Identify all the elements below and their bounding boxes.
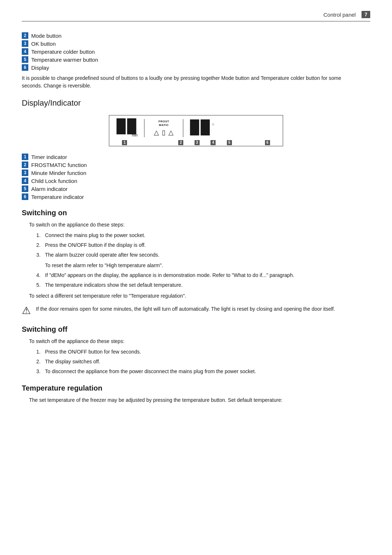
badge-4: 4 — [22, 48, 28, 55]
badge-5: 5 — [22, 56, 28, 63]
display-diagram: ██ min FROSTMATIC △ ▯ △ — [22, 115, 370, 146]
step-1: 1. Connect the mains plug to the power s… — [36, 232, 370, 239]
indicator-label-6: Temperature indicator — [31, 194, 84, 200]
switching-off-title: Switching off — [22, 325, 370, 334]
num-ind-5: 5 — [227, 140, 232, 145]
separator — [144, 119, 144, 137]
switching-on-intro: To switch on the appliance do these step… — [29, 221, 370, 229]
intro-list: 2 Mode button 3 OK button 4 Temperature … — [22, 32, 370, 90]
switching-off-section: Switching off To switch off the applianc… — [22, 325, 370, 375]
indicator-badge-1: 1 — [22, 154, 28, 160]
badge-6: 6 — [22, 64, 28, 71]
step-text-2: Press the ON/OFF button if the display i… — [45, 241, 146, 249]
badge-2: 2 — [22, 32, 28, 39]
warning-icon: ⚠ — [22, 305, 31, 317]
indicator-item-6: 6 Temperature indicator — [22, 193, 370, 200]
num-ind-2: 2 — [178, 140, 183, 145]
list-item: 6 Display — [22, 64, 370, 71]
list-item: 3 OK button — [22, 40, 370, 47]
warning-text: If the door remains open for some minute… — [36, 305, 335, 313]
indicator-badge-4: 4 — [22, 177, 28, 184]
step-4: 4. If "dEMo" appears on the display, the… — [36, 272, 370, 279]
indicator-item-4: 4 Child Lock function — [22, 177, 370, 184]
off-step-text-3: To disconnect the appliance from the pow… — [45, 368, 256, 375]
indicator-label-4: Child Lock function — [31, 178, 77, 184]
list-item: 2 Mode button — [22, 32, 370, 39]
list-item: 4 Temperature colder button — [22, 48, 370, 55]
off-step-1: 1. Press the ON/OFF button for few secon… — [36, 348, 370, 356]
step-num-1: 1. — [36, 232, 45, 239]
lock-icon: ▯ — [162, 128, 166, 136]
num-ind-1: 1 — [122, 140, 127, 145]
step-3: 3. The alarm buzzer could operate after … — [36, 251, 370, 259]
page-header: Control panel 7 — [22, 11, 370, 21]
step-num-4: 4. — [36, 272, 45, 279]
indicator-label-2: FROSTMATIC function — [31, 162, 87, 168]
off-step-num-3: 3. — [36, 368, 45, 375]
off-step-2: 2. The display switches off. — [36, 358, 370, 366]
step-text-3: The alarm buzzer could operate after few… — [45, 251, 159, 259]
switching-off-steps: 1. Press the ON/OFF button for few secon… — [36, 348, 370, 375]
warning-box: ⚠ If the door remains open for some minu… — [22, 305, 370, 317]
indicator-badge-5: 5 — [22, 185, 28, 192]
num-ind-6: 6 — [265, 140, 270, 145]
item-label-mode: Mode button — [31, 33, 61, 39]
item-label-colder: Temperature colder button — [31, 49, 95, 55]
off-step-num-1: 1. — [36, 348, 45, 356]
step-3-note: To reset the alarm refer to "High temper… — [45, 262, 370, 269]
num-ind-4: 4 — [211, 140, 216, 145]
step-2: 2. Press the ON/OFF button if the displa… — [36, 241, 370, 249]
display-box: ██ min FROSTMATIC △ ▯ △ — [109, 115, 283, 146]
indicator-item-3: 3 Minute Minder function — [22, 170, 370, 176]
switching-off-intro: To switch off the appliance do these ste… — [29, 337, 370, 345]
indicator-item-5: 5 Alarm indicator — [22, 185, 370, 192]
temperature-regulation-title: Temperature regulation — [22, 384, 370, 392]
indicator-list: 1 Timer indicator 2 FROSTMATIC function … — [22, 154, 370, 200]
min-label: min — [117, 133, 138, 137]
switching-on-section: Switching on To switch on the appliance … — [22, 209, 370, 317]
off-step-text-2: The display switches off. — [45, 358, 100, 366]
switching-on-steps-cont: 4. If "dEMo" appears on the display, the… — [36, 272, 370, 289]
indicator-badge-6: 6 — [22, 193, 28, 200]
temperature-regulation-text: The set temperature of the freezer may b… — [29, 396, 370, 404]
number-indicators: 1 2 3 4 5 6 — [109, 140, 283, 145]
intro-note: It is possible to change predefined soun… — [22, 74, 348, 90]
bell-icon: △ — [154, 128, 159, 136]
step-5-note: To select a different set temperature re… — [29, 292, 370, 300]
step-5: 5. The temperature indicators show the s… — [36, 281, 370, 289]
page-number: 7 — [362, 11, 370, 18]
step-num-2: 2. — [36, 241, 45, 249]
indicator-badge-3: 3 — [22, 170, 28, 176]
indicator-label-3: Minute Minder function — [31, 170, 86, 176]
temperature-regulation-section: Temperature regulation The set temperatu… — [22, 384, 370, 404]
item-label-ok: OK button — [31, 41, 56, 47]
segment-display-1: ██ — [117, 119, 138, 135]
indicator-item-2: 2 FROSTMATIC function — [22, 162, 370, 168]
separator-2 — [183, 119, 183, 137]
indicator-label-1: Timer indicator — [31, 154, 67, 160]
display-center: FROSTMATIC △ ▯ △ — [154, 120, 173, 136]
display-indicator-section: Display/Indicator ██ min FROSTMATIC △ ▯ … — [22, 98, 370, 200]
frost-matic-label: FROSTMATIC — [159, 120, 170, 127]
display-section-title: Display/Indicator — [22, 98, 370, 108]
step-num-5: 5. — [36, 281, 45, 289]
degree-symbol: ○ — [212, 122, 215, 126]
switching-on-steps: 1. Connect the mains plug to the power s… — [36, 232, 370, 259]
triangle-icon: △ — [168, 128, 173, 136]
indicator-label-5: Alarm indicator — [31, 186, 68, 192]
step-text-4: If "dEMo" appears on the display, the ap… — [45, 272, 294, 279]
step-num-3: 3. — [36, 251, 45, 259]
badge-3: 3 — [22, 40, 28, 47]
header-title: Control panel — [323, 12, 356, 18]
indicator-item-1: 1 Timer indicator — [22, 154, 370, 160]
indicator-badge-2: 2 — [22, 162, 28, 168]
item-label-warmer: Temperature warmer button — [31, 57, 98, 63]
step-text-5: The temperature indicators show the set … — [45, 281, 183, 289]
item-label-display: Display — [31, 65, 49, 71]
off-step-3: 3. To disconnect the appliance from the … — [36, 368, 370, 375]
off-step-num-2: 2. — [36, 358, 45, 366]
display-segment-1: ██ min — [117, 119, 138, 137]
step-text-1: Connect the mains plug to the power sock… — [45, 232, 145, 239]
switching-on-title: Switching on — [22, 209, 370, 217]
segment-display-2: ██ — [190, 121, 211, 136]
